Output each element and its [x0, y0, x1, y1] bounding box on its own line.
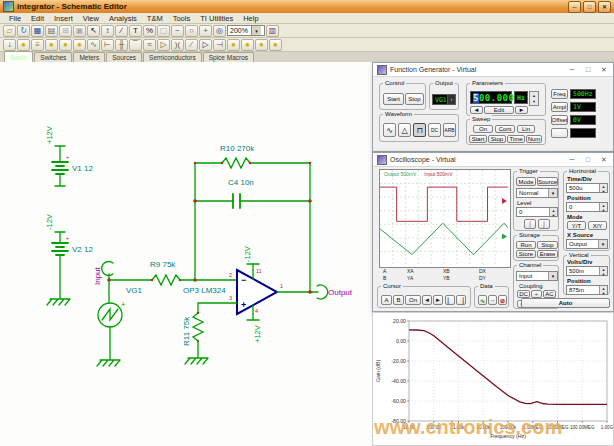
waveform-square-button[interactable]: ⊓	[413, 123, 426, 137]
trigger-mode-select[interactable]: Normal▾	[516, 188, 558, 198]
component-voltage-generator-button[interactable]: ●	[59, 39, 72, 51]
menu-ti-utilities[interactable]: TI Utilities	[195, 14, 238, 23]
fg-sweep-time-button[interactable]: Time	[507, 135, 525, 143]
component-ammeter-button[interactable]: ●	[241, 39, 254, 51]
coupling-ac-button[interactable]: AC	[543, 290, 556, 298]
fg-start-button[interactable]: Start	[383, 93, 404, 105]
menu-t-m[interactable]: T&M	[142, 14, 168, 23]
chevron-down-icon[interactable]: ▾	[251, 26, 261, 35]
menu-edit[interactable]: Edit	[26, 14, 49, 23]
delete-button[interactable]: ▢	[157, 25, 170, 37]
fg-ampl-button[interactable]: Ampl	[551, 102, 568, 112]
zoom-reset-button[interactable]: ○	[185, 25, 198, 37]
maximize-icon[interactable]: □	[583, 66, 593, 74]
coupling-gnd-button[interactable]: ÷	[531, 290, 542, 298]
component-wattmeter-button[interactable]: ●	[255, 39, 268, 51]
component-capacitor-button[interactable]: ╫	[115, 39, 128, 51]
menu-file[interactable]: File	[4, 14, 26, 23]
minimize-button[interactable]: ─	[568, 1, 581, 13]
oscilloscope-titlebar[interactable]: Oscilloscope - Virtual ─ □ ✕	[373, 153, 613, 167]
print-button[interactable]: ▤	[45, 25, 58, 37]
component-voltage-source-button[interactable]: ●	[17, 39, 30, 51]
magnifier-button[interactable]: ◎	[213, 25, 226, 37]
fg-freq-button[interactable]: Freq	[551, 89, 568, 99]
channel-select[interactable]: Input▾	[516, 271, 558, 281]
menu-analysis[interactable]: Analysis	[104, 14, 142, 23]
zoom-combobox[interactable]: 200% ▾	[227, 25, 265, 36]
fg-edit-button[interactable]: Edit	[484, 106, 514, 114]
fg-sweep-num-button[interactable]: Num	[526, 135, 542, 143]
fg-sweep-stop-button[interactable]: Stop	[488, 135, 506, 143]
fg-blank-button[interactable]	[551, 128, 568, 138]
menu-help[interactable]: Help	[238, 14, 263, 23]
component-inductor-button[interactable]: ⌒	[129, 39, 142, 51]
component-current-generator-button[interactable]: ●	[73, 39, 86, 51]
component-potentiometer-button[interactable]: ⊢	[101, 39, 114, 51]
component-voltmeter-button[interactable]: ●	[227, 39, 240, 51]
component-relay-button[interactable]: )(	[171, 39, 184, 51]
pen-button[interactable]: ∕	[115, 25, 128, 37]
waveform-arb-button[interactable]: ARB	[443, 123, 456, 137]
waveform-sine-button[interactable]: ∿	[383, 123, 396, 137]
trigger-rising-edge-button[interactable]: ⌠	[524, 219, 536, 229]
component-jumper-button[interactable]: ⊣	[213, 39, 226, 51]
xsource-select[interactable]: Output▾	[566, 239, 608, 249]
tab-sources[interactable]: Sources	[106, 52, 142, 62]
cursor-button-[interactable]: ◄	[422, 295, 432, 305]
zoom-in-button[interactable]: +	[199, 25, 212, 37]
coupling-dc-button[interactable]: DC	[517, 290, 530, 298]
fg-digit-right-button[interactable]: ►	[515, 106, 528, 114]
component-oscilloscope-src-button[interactable]: ●	[269, 39, 282, 51]
fg-sweep-start-button[interactable]: Start	[469, 135, 487, 143]
v-position-input[interactable]: 875m▲▼	[566, 285, 608, 295]
tm-panel-button[interactable]: ▥	[266, 25, 279, 37]
storage-store-button[interactable]: Store	[516, 250, 536, 258]
function-generator-titlebar[interactable]: Function Generator - Virtual ─ □ ✕	[373, 63, 613, 77]
fg-digit-stepper[interactable]: ▲▼	[529, 91, 539, 106]
timediv-input[interactable]: 500u▲▼	[566, 183, 608, 193]
close-icon[interactable]: ✕	[599, 156, 609, 164]
cursor-button[interactable]: ↖	[87, 25, 100, 37]
text-button[interactable]: T	[129, 25, 142, 37]
storage-run-button[interactable]: Run	[516, 241, 536, 249]
storage-stop-button[interactable]: Stop	[537, 241, 558, 249]
percent-button[interactable]: %	[143, 25, 156, 37]
mode-xy-button[interactable]: X/Y	[588, 221, 607, 230]
copy-button[interactable]: ⊞	[59, 25, 72, 37]
maximize-icon[interactable]: □	[583, 156, 593, 164]
cursor-button-a[interactable]: A	[381, 295, 392, 305]
data-erase-button[interactable]: ⊘	[498, 295, 507, 305]
close-icon[interactable]: ✕	[599, 66, 609, 74]
component-diode-button[interactable]: ▷	[157, 39, 170, 51]
component-battery-button[interactable]: ≡	[31, 39, 44, 51]
trigger-mode-button[interactable]: Mode	[516, 177, 536, 186]
tab-switches[interactable]: Switches	[34, 52, 72, 62]
zoom-out-button[interactable]: −	[171, 25, 184, 37]
h-position-input[interactable]: 0▲▼	[566, 202, 608, 212]
fg-output-select[interactable]: VG1 ▾	[432, 94, 456, 105]
fg-stop-button[interactable]: Stop	[405, 93, 424, 105]
component-switch-button[interactable]: ∕	[185, 39, 198, 51]
trigger-level-input[interactable]: 0▲▼	[516, 207, 558, 217]
open-button[interactable]: ▱	[3, 25, 16, 37]
minimize-icon[interactable]: ─	[567, 66, 577, 74]
save-button[interactable]: ▦	[31, 25, 44, 37]
cursor-button-on[interactable]: On	[405, 295, 421, 305]
fg-offset-button[interactable]: Offset	[551, 115, 568, 125]
select-button[interactable]: ↕	[101, 25, 114, 37]
waveform-dc-button[interactable]: DC	[428, 123, 441, 137]
storage-erase-button[interactable]: Erase	[537, 250, 558, 258]
tab-meters[interactable]: Meters	[73, 52, 105, 62]
data-copy-button[interactable]: →	[488, 295, 497, 305]
tab-basic[interactable]: Basic	[4, 51, 33, 62]
fg-sweep-cont-button[interactable]: Cont	[495, 125, 515, 133]
paste-button[interactable]: ▣	[73, 25, 86, 37]
fg-frequency-display[interactable]: 500.0000	[470, 91, 512, 104]
fg-sweep-lin-button[interactable]: Lin	[517, 125, 535, 133]
data-curve-button[interactable]: ∿	[478, 295, 487, 305]
fg-sweep-on-button[interactable]: On	[473, 125, 493, 133]
menu-view[interactable]: View	[78, 14, 104, 23]
tab-spice-macros[interactable]: Spice Macros	[203, 52, 254, 62]
menu-tools[interactable]: Tools	[168, 14, 196, 23]
component-wire-button[interactable]: ↓	[3, 39, 16, 51]
